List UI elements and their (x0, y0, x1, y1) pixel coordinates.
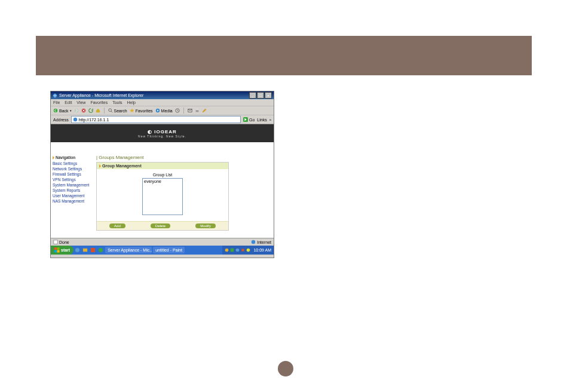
svg-rect-16 (54, 250, 57, 252)
window-title: Server Appliance - Microsoft Internet Ex… (59, 93, 143, 97)
go-button[interactable]: Go (243, 117, 255, 122)
refresh-button[interactable] (88, 108, 93, 114)
list-item[interactable]: everyone (144, 179, 181, 183)
start-button[interactable]: start (51, 246, 73, 255)
svg-point-24 (236, 248, 240, 252)
add-button[interactable]: Add (109, 223, 125, 228)
svg-point-13 (252, 240, 255, 243)
tray-icon[interactable] (230, 248, 234, 253)
done-icon (53, 240, 58, 245)
task-label: untitled - Paint (155, 248, 182, 252)
tray-icon[interactable] (246, 248, 250, 253)
quicklaunch-icon[interactable] (75, 247, 80, 253)
menu-file[interactable]: File (53, 100, 60, 105)
nav-list: Basic Settings Network Settings Firewall… (53, 161, 92, 204)
nav-header: Navigation (53, 155, 92, 160)
stop-button[interactable] (81, 108, 86, 114)
status-right: Internet (257, 240, 271, 244)
search-label: Search (114, 109, 127, 113)
quicklaunch-icon[interactable] (82, 247, 88, 253)
svg-rect-8 (195, 110, 198, 112)
quicklaunch-icon[interactable] (90, 247, 96, 253)
menu-help[interactable]: Help (127, 100, 136, 105)
delete-button[interactable]: Delete (151, 223, 170, 228)
group-panel: Group Management Group List everyone Add… (96, 162, 229, 231)
tray-icon[interactable] (235, 248, 240, 253)
ie-page-icon (73, 117, 78, 122)
forward-button[interactable] (74, 108, 79, 114)
svg-point-10 (73, 118, 76, 121)
home-button[interactable] (96, 108, 100, 114)
task-button[interactable]: Server Appliance - Mic... (105, 247, 152, 253)
brand-header: ◐ IOGEAR New Thinking. New Style. (51, 124, 274, 142)
menu-view[interactable]: View (76, 100, 85, 105)
sidebar-item-basic[interactable]: Basic Settings (53, 161, 92, 166)
sidebar-item-firewall[interactable]: Firewall Settings (53, 172, 92, 177)
status-left: Done (59, 240, 69, 244)
triangle-icon (99, 164, 101, 168)
svg-point-25 (247, 248, 250, 252)
svg-point-18 (75, 247, 79, 252)
media-button[interactable]: Media (155, 108, 173, 114)
group-list-label: Group List (153, 173, 172, 177)
status-bar: Done Internet (51, 238, 274, 246)
tray-icon[interactable] (225, 248, 229, 253)
svg-rect-17 (57, 250, 60, 252)
toolbar-separator (104, 108, 105, 114)
brand-tagline: New Thinking. New Style. (138, 134, 186, 138)
media-label: Media (161, 109, 173, 113)
links-label[interactable]: Links (257, 118, 266, 122)
maximize-button[interactable]: □ (257, 92, 264, 99)
sidebar: Navigation Basic Settings Network Settin… (51, 153, 94, 238)
menu-edit[interactable]: Edit (65, 100, 72, 105)
address-row: Address http://172.16.1.1 Go Links » (51, 115, 274, 124)
internet-zone-icon (251, 240, 256, 245)
system-tray: 10:09 AM (222, 246, 274, 255)
tray-icon[interactable] (241, 248, 245, 253)
modify-button[interactable]: Modify (195, 223, 216, 228)
svg-rect-9 (196, 108, 198, 109)
tray-time[interactable]: 10:09 AM (253, 248, 271, 252)
windows-logo-icon (54, 247, 60, 253)
menu-tools[interactable]: Tools (112, 100, 122, 105)
panel-title: Group Management (102, 164, 142, 168)
address-input[interactable]: http://172.16.1.1 (71, 116, 241, 123)
menu-favorites[interactable]: Favorites (90, 100, 108, 105)
history-button[interactable] (175, 108, 180, 114)
svg-point-22 (225, 248, 229, 252)
svg-rect-23 (231, 248, 234, 252)
ie-icon (53, 93, 57, 98)
toolbar-separator (183, 108, 184, 114)
back-button[interactable]: Back ▾ (53, 108, 72, 114)
sidebar-item-nas[interactable]: NAS Management (53, 198, 92, 204)
quicklaunch-icon[interactable] (98, 247, 103, 253)
sidebar-item-network[interactable]: Network Settings (53, 166, 92, 172)
svg-rect-20 (91, 247, 95, 252)
task-button[interactable]: untitled - Paint (153, 247, 185, 253)
edit-button[interactable] (202, 108, 207, 114)
page-content: ◐ IOGEAR New Thinking. New Style. Naviga… (51, 124, 274, 238)
panel-button-row: Add Delete Modify (97, 221, 228, 230)
breadcrumb: | Groups Management (96, 154, 271, 162)
print-button[interactable] (195, 108, 200, 114)
mail-button[interactable] (188, 108, 192, 114)
page-banner (36, 36, 532, 75)
svg-rect-15 (57, 247, 60, 250)
go-icon (243, 117, 248, 122)
close-button[interactable]: × (265, 92, 272, 99)
start-label: start (61, 248, 70, 252)
breadcrumb-label: Groups Management (99, 155, 143, 160)
favorites-button[interactable]: Favorites (130, 108, 153, 114)
back-arrow-icon (53, 108, 58, 114)
sidebar-item-user-mgmt[interactable]: User Management (53, 193, 92, 198)
sidebar-item-reports[interactable]: System Reports (53, 188, 92, 193)
search-button[interactable]: Search (108, 108, 127, 114)
triangle-icon (53, 156, 54, 160)
go-label: Go (249, 118, 255, 122)
sidebar-item-vpn[interactable]: VPN Settings (53, 177, 92, 182)
svg-rect-14 (54, 247, 57, 250)
minimize-button[interactable]: _ (249, 92, 256, 99)
links-chevron-icon[interactable]: » (269, 118, 271, 121)
sidebar-item-system-mgmt[interactable]: System Management (53, 182, 92, 188)
group-listbox[interactable]: everyone (142, 178, 183, 215)
